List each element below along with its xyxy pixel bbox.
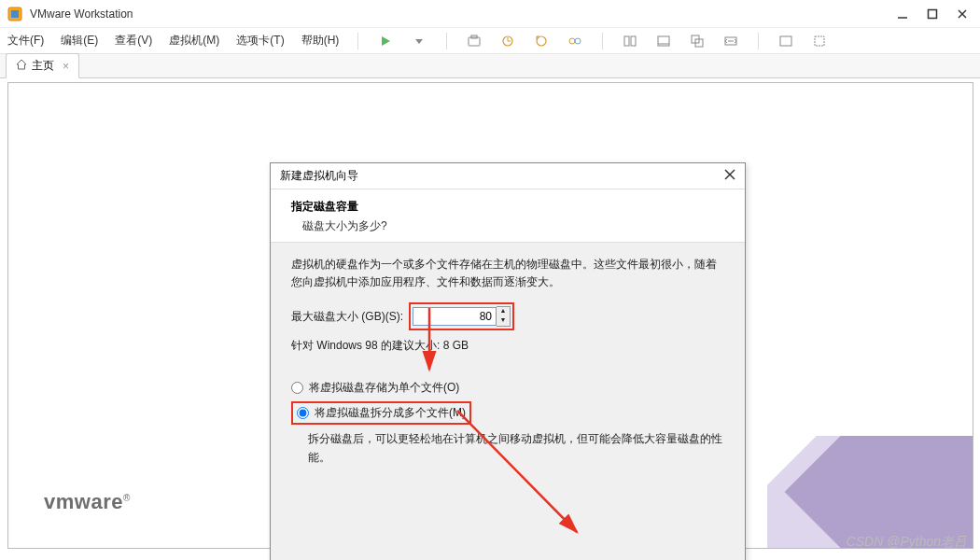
home-icon	[16, 59, 27, 73]
power-on-icon[interactable]	[377, 33, 394, 49]
radio-split-files[interactable]	[297, 407, 309, 419]
dialog-body: 虚拟机的硬盘作为一个或多个文件存储在主机的物理磁盘中。这些文件最初很小，随着您向…	[271, 243, 745, 560]
separator	[758, 33, 759, 49]
svg-point-15	[575, 38, 581, 44]
dialog-title: 新建虚拟机向导	[280, 168, 724, 184]
watermark: CSDN @Python老吕	[847, 534, 967, 551]
menu-tabs[interactable]: 选项卡(T)	[236, 33, 284, 49]
tab-close-icon[interactable]: ×	[63, 60, 69, 73]
menu-file[interactable]: 文件(F)	[7, 33, 44, 49]
disk-size-highlight: ▲ ▼	[409, 302, 514, 330]
dialog-titlebar: 新建虚拟机向导	[271, 163, 745, 189]
separator	[357, 33, 358, 49]
radio-split-highlight: 将虚拟磁盘拆分成多个文件(M)	[291, 401, 471, 425]
unity-icon[interactable]	[689, 33, 706, 49]
menu-help[interactable]: 帮助(H)	[301, 33, 340, 49]
window-controls	[896, 7, 973, 21]
chevron-down-icon[interactable]	[411, 33, 427, 49]
layout-single-icon[interactable]	[655, 33, 672, 49]
radio-split-files-label: 将虚拟磁盘拆分成多个文件(M)	[315, 405, 466, 421]
snapshot-manage-icon[interactable]	[567, 33, 583, 49]
snapshot-icon[interactable]	[466, 33, 483, 49]
svg-rect-3	[929, 9, 937, 18]
tab-home[interactable]: 主页 ×	[6, 53, 79, 78]
app-icon	[7, 7, 22, 21]
snapshot-revert-icon[interactable]	[533, 33, 550, 49]
menubar: 文件(F) 编辑(E) 查看(V) 虚拟机(M) 选项卡(T) 帮助(H)	[0, 28, 980, 54]
separator	[602, 33, 603, 49]
spin-down-button[interactable]: ▼	[497, 316, 510, 326]
radio-single-file-row[interactable]: 将虚拟磁盘存储为单个文件(O)	[291, 380, 724, 396]
split-hint: 拆分磁盘后，可以更轻松地在计算机之间移动虚拟机，但可能会降低大容量磁盘的性能。	[291, 430, 724, 466]
svg-rect-16	[624, 36, 629, 46]
tabbar: 主页 ×	[0, 54, 980, 78]
vmware-logo: vmware®	[44, 490, 131, 514]
svg-marker-7	[415, 39, 423, 44]
layout-thumb-icon[interactable]	[622, 33, 638, 49]
tab-label: 主页	[32, 58, 54, 74]
content-area: vmware® 新建虚拟机向导 指定磁盘容量 磁盘大小为多少? 虚拟机的硬盘作为…	[7, 82, 973, 549]
spin-buttons: ▲ ▼	[497, 306, 511, 327]
app-title: VMware Workstation	[30, 7, 896, 21]
close-button[interactable]	[956, 7, 969, 21]
svg-rect-25	[815, 36, 824, 46]
radio-single-file-label: 将虚拟磁盘存储为单个文件(O)	[309, 380, 459, 396]
new-vm-wizard-dialog: 新建虚拟机向导 指定磁盘容量 磁盘大小为多少? 虚拟机的硬盘作为一个或多个文件存…	[270, 162, 746, 560]
recommended-size: 针对 Windows 98 的建议大小: 8 GB	[291, 338, 724, 354]
radio-split-files-row[interactable]: 将虚拟磁盘拆分成多个文件(M)	[291, 401, 724, 425]
separator	[446, 33, 447, 49]
disk-size-label: 最大磁盘大小 (GB)(S):	[291, 309, 403, 325]
minimize-button[interactable]	[896, 7, 909, 21]
svg-rect-1	[11, 10, 19, 18]
menu-edit[interactable]: 编辑(E)	[61, 33, 98, 49]
dialog-subheading: 磁盘大小为多少?	[291, 218, 724, 234]
radio-single-file[interactable]	[291, 382, 303, 394]
disk-size-row: 最大磁盘大小 (GB)(S): ▲ ▼	[291, 302, 724, 330]
svg-rect-17	[631, 36, 636, 46]
snapshot-take-icon[interactable]	[499, 33, 516, 49]
fullscreen-stretch-icon[interactable]	[722, 33, 739, 49]
quick-switch-icon[interactable]	[811, 33, 828, 49]
disk-size-input[interactable]	[413, 307, 497, 326]
svg-rect-24	[780, 36, 791, 46]
dialog-heading: 指定磁盘容量	[291, 199, 724, 215]
corner-decoration	[767, 436, 973, 548]
svg-point-14	[569, 38, 575, 44]
titlebar: VMware Workstation	[0, 0, 980, 28]
maximize-button[interactable]	[926, 7, 939, 21]
svg-marker-6	[382, 36, 390, 46]
spin-up-button[interactable]: ▲	[497, 307, 510, 316]
menu-vm[interactable]: 虚拟机(M)	[169, 33, 219, 49]
dialog-close-icon[interactable]	[724, 169, 735, 183]
dialog-description: 虚拟机的硬盘作为一个或多个文件存储在主机的物理磁盘中。这些文件最初很小，随着您向…	[291, 256, 724, 291]
fullscreen-icon[interactable]	[777, 33, 794, 49]
dialog-header: 指定磁盘容量 磁盘大小为多少?	[271, 189, 745, 243]
menu-view[interactable]: 查看(V)	[115, 33, 152, 49]
